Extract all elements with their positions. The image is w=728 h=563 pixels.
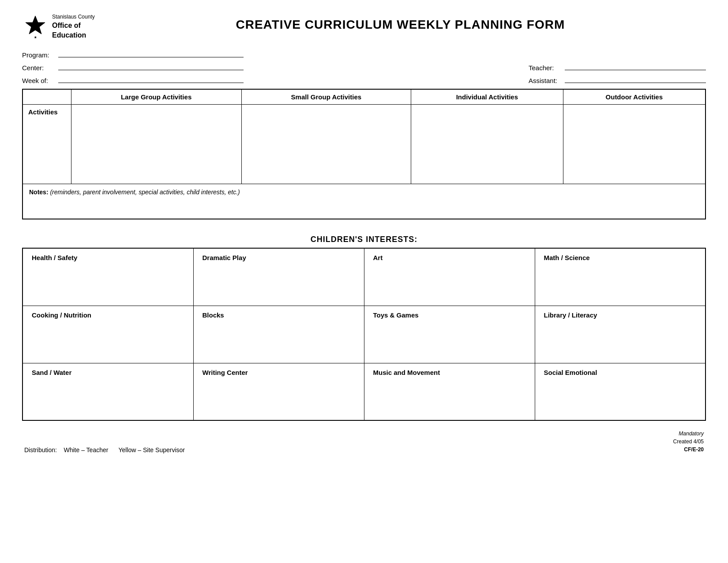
interests-row-3: Sand / Water Writing Center Music and Mo… bbox=[23, 363, 705, 420]
notes-description: (reminders, parent involvement, special … bbox=[50, 189, 240, 196]
teacher-label: Teacher: bbox=[529, 64, 564, 72]
program-field[interactable] bbox=[58, 49, 244, 57]
footer-distribution: Distribution: White – Teacher Yellow – S… bbox=[24, 446, 185, 453]
office-line2: Education bbox=[52, 30, 95, 40]
interests-table: Health / Safety Dramatic Play Art Math /… bbox=[22, 248, 706, 421]
footer-right: Mandatory Created 4/05 CF/E-20 bbox=[673, 430, 704, 453]
program-label: Program: bbox=[22, 51, 57, 59]
col-large-group: Large Group Activities bbox=[71, 89, 241, 105]
cell-blocks[interactable]: Blocks bbox=[193, 306, 364, 363]
cell-library-literacy[interactable]: Library / Literacy bbox=[535, 306, 705, 363]
form-code: CF/E-20 bbox=[673, 446, 704, 453]
interests-row-2: Cooking / Nutrition Blocks Toys & Games … bbox=[23, 306, 705, 363]
col-small-group: Small Group Activities bbox=[241, 89, 411, 105]
cell-sand-water[interactable]: Sand / Water bbox=[23, 363, 193, 420]
cell-social-emotional[interactable]: Social Emotional bbox=[535, 363, 705, 420]
col-individual: Individual Activities bbox=[411, 89, 563, 105]
cell-math-science[interactable]: Math / Science bbox=[535, 248, 705, 306]
notes-cell[interactable]: Notes: (reminders, parent involvement, s… bbox=[23, 184, 705, 219]
cell-art[interactable]: Art bbox=[364, 248, 535, 306]
office-line1: Office of bbox=[52, 21, 95, 30]
outdoor-cell[interactable] bbox=[563, 104, 705, 184]
large-group-cell[interactable] bbox=[71, 104, 241, 184]
week-of-label: Week of: bbox=[22, 77, 57, 84]
interests-title: CHILDREN'S INTERESTS: bbox=[22, 235, 706, 244]
center-field[interactable] bbox=[58, 62, 244, 70]
activities-header-empty bbox=[23, 89, 71, 105]
white-desc: – Teacher bbox=[81, 446, 108, 453]
created-text: Created 4/05 bbox=[673, 438, 704, 446]
cell-writing-center[interactable]: Writing Center bbox=[193, 363, 364, 420]
notes-label: Notes: bbox=[29, 189, 49, 196]
col-outdoor: Outdoor Activities bbox=[563, 89, 705, 105]
interests-row-1: Health / Safety Dramatic Play Art Math /… bbox=[23, 248, 705, 306]
cell-music-movement[interactable]: Music and Movement bbox=[364, 363, 535, 420]
svg-marker-0 bbox=[26, 16, 45, 34]
county-name: Stanislaus County bbox=[52, 13, 95, 21]
logo: ★ Stanislaus County Office of Education bbox=[22, 13, 95, 41]
cell-cooking-nutrition[interactable]: Cooking / Nutrition bbox=[23, 306, 193, 363]
svg-text:★: ★ bbox=[34, 36, 37, 39]
white-label: White bbox=[64, 446, 79, 453]
activities-table: Large Group Activities Small Group Activ… bbox=[22, 89, 706, 220]
form-fields: Program: Center: Teacher: Week of: Assis… bbox=[22, 49, 706, 84]
yellow-desc: – Site Supervisor bbox=[138, 446, 185, 453]
footer: Distribution: White – Teacher Yellow – S… bbox=[22, 430, 706, 453]
center-label: Center: bbox=[22, 64, 57, 72]
small-group-cell[interactable] bbox=[241, 104, 411, 184]
page-title: CREATIVE CURRICULUM WEEKLY PLANNING FORM bbox=[95, 13, 706, 32]
cell-toys-games[interactable]: Toys & Games bbox=[364, 306, 535, 363]
assistant-label: Assistant: bbox=[529, 77, 564, 84]
individual-cell[interactable] bbox=[411, 104, 563, 184]
assistant-field[interactable] bbox=[565, 75, 706, 83]
mandatory-text: Mandatory bbox=[673, 430, 704, 438]
activities-row-label: Activities bbox=[23, 104, 71, 184]
cell-health-safety[interactable]: Health / Safety bbox=[23, 248, 193, 306]
cell-dramatic-play[interactable]: Dramatic Play bbox=[193, 248, 364, 306]
teacher-field[interactable] bbox=[565, 62, 706, 70]
logo-icon: ★ bbox=[22, 14, 49, 40]
yellow-label: Yellow bbox=[119, 446, 136, 453]
week-of-field[interactable] bbox=[58, 75, 244, 83]
distribution-label: Distribution: bbox=[24, 446, 57, 453]
